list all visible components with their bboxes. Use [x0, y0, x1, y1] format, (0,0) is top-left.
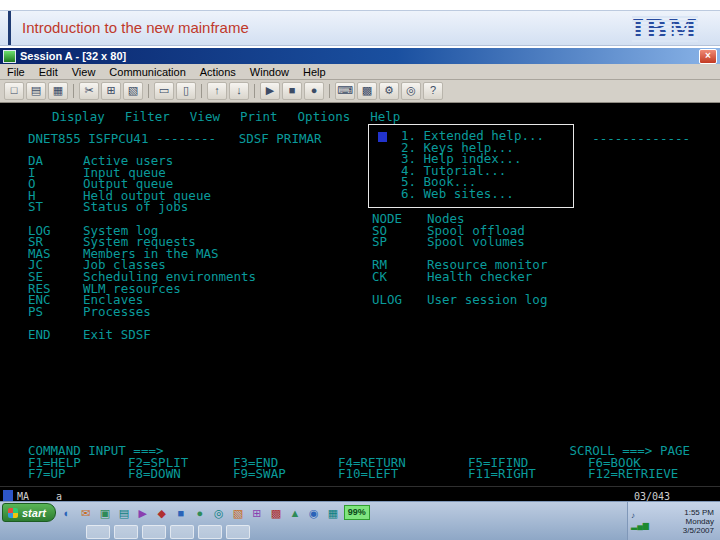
windows-flag-icon [8, 508, 18, 518]
terminal-screen[interactable]: Display Filter View Print Options Help D… [0, 103, 720, 486]
color-map-icon[interactable]: ▩ [357, 82, 377, 100]
stop-macro-icon[interactable]: ■ [282, 82, 302, 100]
fkey-f7: F7=UP [28, 468, 128, 480]
zoom-icon[interactable]: ◎ [401, 82, 421, 100]
selection-cursor-block [378, 132, 387, 142]
taskbar-window-button[interactable] [170, 525, 194, 539]
cut-icon[interactable]: ✂ [79, 82, 99, 100]
fkey-f12: F12=RETRIEVE [588, 468, 692, 480]
clock-day: Monday [683, 517, 714, 526]
slide-title: Introduction to the new mainframe [22, 19, 249, 36]
menu-file[interactable]: File [0, 66, 32, 78]
menu-communication[interactable]: Communication [102, 66, 192, 78]
command-input-label[interactable]: COMMAND INPUT ===> [28, 445, 163, 457]
new-session-icon[interactable]: □ [4, 82, 24, 100]
window-titlebar[interactable]: Session A - [32 x 80] × [0, 48, 720, 64]
messenger-icon[interactable]: ● [192, 505, 208, 521]
toolbar: □ ▤ ▦ ✂ ⊞ ▧ ▭ ▯ ↑ ↓ ▶ ■ ● ⌨ ▩ ⚙ ◎ ? [0, 80, 720, 103]
taskbar-row-1: start ◐ ✉ ▣ ▤ ▶ ◆ ■ ● ◎ ▧ ⊞ ▩ ▲ ◉ ▦ 99% [0, 502, 720, 523]
menu-view[interactable]: View [65, 66, 103, 78]
taskbar-window-button[interactable] [198, 525, 222, 539]
fkey-f9: F9=SWAP [233, 468, 338, 480]
toolbar-separator [148, 84, 149, 98]
paste-icon[interactable]: ▧ [123, 82, 143, 100]
menu-help[interactable]: Help [296, 66, 333, 78]
command-input-row[interactable]: COMMAND INPUT ===> SCROLL ===> PAGE [28, 445, 692, 457]
fkey-f11: F11=RIGHT [468, 468, 588, 480]
print-icon[interactable]: ▭ [154, 82, 174, 100]
save-icon[interactable]: ▦ [48, 82, 68, 100]
panel-title-right-dashes: ------------- [592, 133, 690, 145]
close-button[interactable]: × [699, 49, 717, 64]
internet-icon[interactable]: ◐ [59, 505, 75, 521]
help-dropdown: 1. Extended help... 2. Keys help... 3. H… [368, 124, 574, 208]
fkey-row-2: F7=UP F8=DOWN F9=SWAP F10=LEFT F11=RIGHT… [28, 468, 692, 480]
sdsf-menu-filter[interactable]: Filter [125, 111, 170, 123]
desktop-icon[interactable]: ▣ [97, 505, 113, 521]
system-tray: ♪ ▂▄▆ 1:55 PM Monday 3/5/2007 [627, 502, 720, 540]
send-file-icon[interactable]: ↑ [207, 82, 227, 100]
explorer-icon[interactable]: ▤ [116, 505, 132, 521]
print-screen-icon[interactable]: ▯ [176, 82, 196, 100]
sdsf-menu-display[interactable]: Display [52, 111, 105, 123]
update-icon[interactable]: ▲ [287, 505, 303, 521]
sdsf-menu-help[interactable]: Help [370, 111, 400, 123]
terminal-icon[interactable]: ■ [173, 505, 189, 521]
menu-edit[interactable]: Edit [32, 66, 65, 78]
slide-header: Introduction to the new mainframe IBM [0, 10, 720, 46]
start-button[interactable]: start [2, 503, 56, 522]
session-app-icon [3, 50, 16, 63]
command-area: COMMAND INPUT ===> SCROLL ===> PAGE F1=H… [28, 445, 692, 480]
menu-window[interactable]: Window [243, 66, 296, 78]
menu-actions[interactable]: Actions [193, 66, 243, 78]
option-row: STStatus of jobs [0, 201, 720, 213]
fkey-f10: F10=LEFT [338, 468, 468, 480]
receive-file-icon[interactable]: ↓ [229, 82, 249, 100]
documents-icon[interactable]: ◆ [154, 505, 170, 521]
copy-icon[interactable]: ⊞ [101, 82, 121, 100]
sdsf-menu-print[interactable]: Print [240, 111, 278, 123]
menu-bar: File Edit View Communication Actions Win… [0, 64, 720, 80]
search-icon[interactable]: ◎ [211, 505, 227, 521]
volume-icon[interactable]: ♪ [631, 512, 649, 520]
option-row: PSProcesses [0, 306, 720, 318]
sdsf-option-rows: DAActive users IInput queue OOutput queu… [0, 155, 720, 341]
ibm-logo: IBM [632, 14, 698, 44]
toolbar-separator [329, 84, 330, 98]
fkey-f8: F8=DOWN [128, 468, 233, 480]
play-macro-icon[interactable]: ▶ [260, 82, 280, 100]
help-icon[interactable]: ? [423, 82, 443, 100]
settings-icon[interactable]: ⚙ [379, 82, 399, 100]
session-window: Session A - [32 x 80] × File Edit View C… [0, 48, 720, 505]
clock[interactable]: 1:55 PM Monday 3/5/2007 [683, 508, 714, 535]
sdsf-menu-options[interactable]: Options [298, 111, 351, 123]
network-places-icon[interactable]: ▦ [325, 505, 341, 521]
record-macro-icon[interactable]: ● [304, 82, 324, 100]
connection-status-icon [3, 490, 13, 501]
taskbar-window-button[interactable] [114, 525, 138, 539]
signal-icon[interactable]: ▂▄▆ [631, 522, 649, 530]
antivirus-icon[interactable]: ◉ [306, 505, 322, 521]
calculator-icon[interactable]: ⊞ [249, 505, 265, 521]
toolbar-separator [201, 84, 202, 98]
clock-time: 1:55 PM [683, 508, 714, 517]
battery-indicator[interactable]: 99% [344, 505, 370, 520]
paint-icon[interactable]: ▩ [268, 505, 284, 521]
toolbar-separator [254, 84, 255, 98]
panel-title-line: DNET855 ISFPCU41 -------- SDSF PRIMAR --… [0, 133, 720, 145]
help-item-web-sites[interactable]: 6. Web sites... [401, 188, 573, 200]
taskbar-window-button[interactable] [142, 525, 166, 539]
notes-icon[interactable]: ▧ [230, 505, 246, 521]
toolbar-separator [73, 84, 74, 98]
keyboard-map-icon[interactable]: ⌨ [335, 82, 355, 100]
taskbar-row-2 [0, 523, 720, 540]
scroll-indicator: SCROLL ===> PAGE [570, 445, 690, 457]
media-player-icon[interactable]: ▶ [135, 505, 151, 521]
taskbar-window-button[interactable] [86, 525, 110, 539]
email-icon[interactable]: ✉ [78, 505, 94, 521]
sdsf-action-bar: Display Filter View Print Options Help [52, 111, 720, 123]
open-file-icon[interactable]: ▤ [26, 82, 46, 100]
taskbar-window-button[interactable] [226, 525, 250, 539]
taskbar: start ◐ ✉ ▣ ▤ ▶ ◆ ■ ● ◎ ▧ ⊞ ▩ ▲ ◉ ▦ 99% … [0, 501, 720, 540]
sdsf-menu-view[interactable]: View [190, 111, 220, 123]
